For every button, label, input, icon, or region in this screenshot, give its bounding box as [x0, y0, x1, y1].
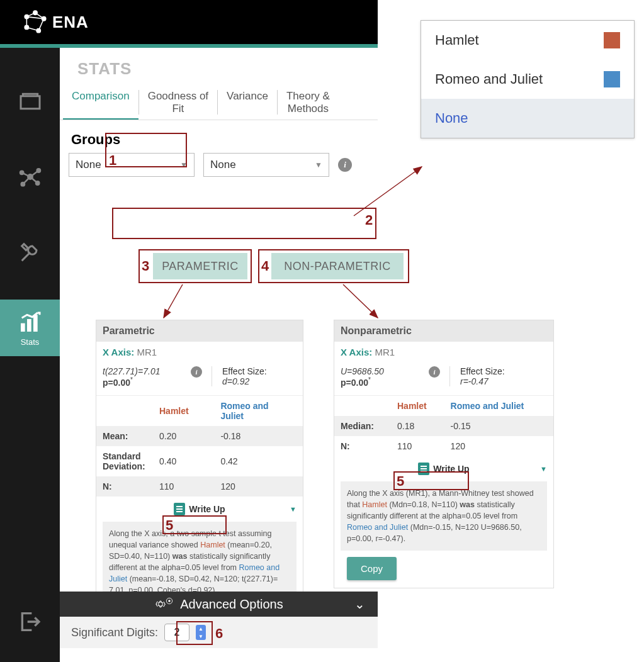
parametric-table: Hamlet Romeo and Juliet Mean: 0.20 -0.18…	[96, 396, 303, 496]
groups-row: None ▼ None ▼ i	[60, 153, 378, 183]
writeup-header[interactable]: Write Up ▼	[96, 496, 303, 522]
chevron-down-icon[interactable]: ⌄	[354, 597, 365, 612]
svg-point-8	[42, 17, 46, 21]
stepper-down[interactable]: ▼	[196, 632, 206, 640]
svg-rect-22	[33, 315, 38, 332]
table-row: N: 110 120	[334, 436, 553, 456]
group-dropdown-2[interactable]: None ▼	[203, 153, 329, 177]
group-dropdown-1[interactable]: None ▼	[69, 153, 195, 177]
popup-item-hamlet[interactable]: Hamlet	[421, 21, 634, 60]
svg-rect-21	[27, 319, 31, 332]
sidebar-stats-label: Stats	[21, 337, 40, 347]
stepper[interactable]: ▲ ▼	[196, 625, 206, 640]
exit-icon	[17, 609, 42, 634]
dropdown-value: None	[210, 159, 236, 171]
tab-variance[interactable]: Variance	[218, 85, 277, 120]
test-stat-row: U=9686.50 p=0.00* i Effect Size: r=-0.47	[334, 362, 553, 396]
nonparametric-table: Hamlet Romeo and Juliet Median: 0.18 -0.…	[334, 396, 553, 456]
panel-title: Parametric	[96, 320, 303, 342]
chevron-down-icon[interactable]: ▼	[290, 505, 297, 513]
sidebar-tools[interactable]	[0, 224, 60, 281]
svg-line-17	[30, 171, 38, 177]
color-swatch	[604, 71, 620, 87]
files-icon	[18, 89, 43, 114]
test-stat-row: t(227.71)=7.01 p=0.00* i Effect Size: d=…	[96, 362, 303, 396]
copy-button[interactable]: Copy	[347, 557, 397, 580]
nonparametric-panel: Nonparametric X Axis: MR1 U=9686.50 p=0.…	[334, 320, 554, 588]
nonparametric-button[interactable]: NON-PARAMETRIC	[271, 253, 404, 279]
writeup-header[interactable]: Write Up ▼	[334, 456, 553, 481]
axis-line: X Axis: MR1	[334, 342, 553, 362]
svg-line-19	[23, 177, 30, 184]
tab-theory[interactable]: Theory & Methods	[278, 85, 339, 120]
popup-item-romeo[interactable]: Romeo and Juliet	[421, 60, 634, 99]
svg-rect-20	[21, 323, 25, 331]
table-row: Mean: 0.20 -0.18	[96, 426, 303, 446]
svg-point-10	[25, 25, 28, 29]
sidebar-stats[interactable]: Stats	[0, 300, 60, 356]
groups-heading: Groups	[60, 120, 378, 153]
tools-icon	[18, 240, 43, 265]
svg-point-9	[37, 29, 40, 33]
app-header: ENA	[0, 0, 378, 44]
svg-point-7	[33, 11, 37, 14]
table-row: N: 110 120	[96, 476, 303, 496]
writeup-text: Along the X axis (MR1), a Mann-Whitney t…	[341, 481, 547, 551]
dropdown-popup: Hamlet Romeo and Juliet None	[421, 20, 635, 138]
sidebar-network[interactable]	[0, 149, 60, 205]
tab-comparison[interactable]: Comparison	[63, 85, 138, 120]
sigdig-label: Significant Digits:	[71, 626, 158, 639]
color-swatch	[604, 32, 620, 48]
page-title: STATS	[60, 48, 378, 85]
significant-digits-row: Significant Digits: ▲ ▼	[60, 617, 378, 648]
tab-goodness[interactable]: Goodness of Fit	[139, 85, 217, 120]
advanced-options-label: Advanced Options	[180, 597, 283, 612]
brand-text: ENA	[52, 13, 89, 32]
dropdown-value: None	[76, 159, 101, 171]
gear-icon	[154, 598, 174, 610]
advanced-options-bar[interactable]: Advanced Options ⌄	[60, 592, 378, 617]
stats-icon	[18, 310, 43, 335]
table-row: Median: 0.18 -0.15	[334, 416, 553, 436]
popup-item-none[interactable]: None	[421, 99, 634, 138]
sidebar-files[interactable]	[0, 73, 60, 130]
network-icon	[18, 164, 43, 189]
parametric-button[interactable]: PARAMETRIC	[153, 253, 247, 279]
info-icon[interactable]: i	[338, 158, 352, 172]
document-icon	[418, 463, 429, 475]
info-icon[interactable]: i	[429, 366, 440, 378]
table-row: Standard Deviation: 0.40 0.42	[96, 446, 303, 476]
svg-point-6	[25, 14, 28, 18]
stepper-up[interactable]: ▲	[196, 625, 206, 632]
panel-title: Nonparametric	[334, 320, 553, 342]
svg-line-18	[30, 177, 38, 183]
info-icon[interactable]: i	[191, 366, 202, 378]
sidebar-exit[interactable]	[17, 609, 42, 637]
chevron-down-icon: ▼	[180, 160, 188, 169]
document-icon	[174, 503, 185, 515]
writeup-text: Along the X axis, a two sample t test as…	[103, 522, 297, 603]
brand-logo: ENA	[22, 9, 89, 35]
sidebar: Stats	[0, 48, 60, 662]
sigdig-input[interactable]	[164, 624, 189, 641]
tabs: Comparison Goodness of Fit Variance Theo…	[60, 85, 378, 120]
axis-line: X Axis: MR1	[96, 342, 303, 362]
chevron-down-icon: ▼	[315, 160, 322, 169]
network-icon	[22, 9, 48, 35]
chevron-down-icon[interactable]: ▼	[540, 465, 547, 473]
svg-point-24	[169, 600, 171, 602]
